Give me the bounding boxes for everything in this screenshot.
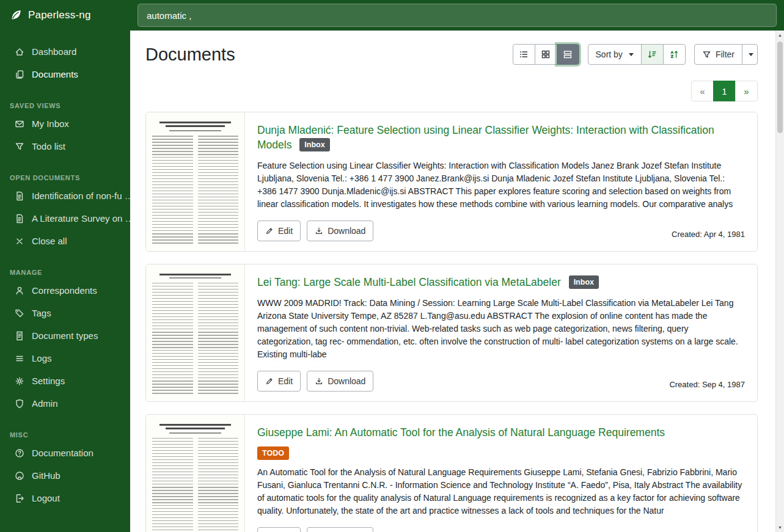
sidebar-item-label: Tags	[32, 308, 51, 318]
view-toggle-group	[513, 44, 579, 65]
document-thumbnail[interactable]	[146, 264, 245, 401]
documents-icon	[15, 70, 24, 79]
filter-dropdown-button[interactable]	[742, 44, 758, 65]
logout-icon	[15, 494, 24, 503]
sidebar-item-label: Documents	[32, 69, 78, 79]
sidebar-item-documents[interactable]: Documents	[0, 63, 130, 86]
document-excerpt: Feature Selection using Linear Classifie…	[257, 159, 745, 211]
sidebar-item-admin[interactable]: Admin	[0, 392, 130, 415]
scrollbar[interactable]: ▲ ▼	[775, 31, 784, 532]
tag-badge-inbox[interactable]: Inbox	[569, 275, 599, 289]
pagination-prev[interactable]: «	[691, 81, 714, 101]
details-view-icon	[563, 49, 573, 59]
sidebar-section-open-documents: OPEN DOCUMENTS	[0, 174, 130, 181]
document-title: Giuseppe Lami: An Automatic Tool for the…	[257, 425, 745, 440]
download-button[interactable]: Download	[307, 220, 373, 241]
edit-button[interactable]: Edit	[257, 220, 301, 241]
thumbnail-page-preview	[152, 421, 238, 532]
sort-alpha-icon	[669, 49, 679, 59]
gear-icon	[15, 376, 24, 386]
list-icon	[15, 354, 24, 363]
edit-button[interactable]: Edit	[257, 527, 301, 532]
shield-icon	[15, 399, 24, 409]
person-icon	[15, 286, 24, 296]
sort-by-dropdown[interactable]: Sort by	[588, 44, 642, 65]
scrollbar-thumb[interactable]	[777, 42, 783, 133]
view-details-button[interactable]	[557, 44, 579, 65]
document-card: Dunja Mladenić: Feature Selection using …	[145, 112, 758, 252]
sidebar-item-close-all[interactable]: Close all	[0, 230, 130, 252]
sidebar-item-label: Settings	[32, 376, 65, 386]
sidebar-item-label: Document types	[32, 330, 98, 341]
sidebar-item-label: A Literature Survey on …	[32, 213, 130, 224]
document-thumbnail[interactable]	[146, 415, 245, 532]
thumbnail-page-preview	[152, 118, 238, 245]
sidebar-item-documentation[interactable]: Documentation	[0, 442, 130, 464]
sidebar-item-tags[interactable]: Tags	[0, 302, 130, 324]
sidebar-item-label: Todo list	[32, 141, 65, 151]
search-input[interactable]	[137, 4, 777, 27]
pencil-icon	[265, 227, 274, 235]
document-title-link[interactable]: Giuseppe Lami: An Automatic Tool for the…	[257, 426, 665, 439]
sidebar-item-label: Dashboard	[32, 46, 76, 57]
funnel-icon	[15, 142, 24, 151]
edit-button[interactable]: Edit	[257, 371, 301, 392]
pagination-page-1[interactable]: 1	[713, 81, 736, 101]
sidebar-item-label: Identification of non-fu …	[32, 191, 130, 201]
app-brand[interactable]: Paperless-ng	[0, 9, 130, 22]
sidebar-item-my-inbox[interactable]: My Inbox	[0, 112, 130, 135]
dashboard-icon	[15, 47, 24, 57]
sidebar-item-logs[interactable]: Logs	[0, 347, 130, 370]
document-title-link[interactable]: Lei Tang: Large Scale Multi-Label Classi…	[257, 276, 561, 288]
pencil-icon	[265, 377, 274, 385]
tag-badge-inbox[interactable]: Inbox	[299, 138, 329, 151]
filter-label: Filter	[716, 50, 735, 59]
sort-direction-button[interactable]	[641, 44, 664, 65]
sidebar-item-label: Correspondents	[32, 285, 97, 296]
sidebar-item-dashboard[interactable]: Dashboard	[0, 40, 130, 63]
sort-alphabetical-button[interactable]	[663, 44, 686, 65]
sidebar-item-settings[interactable]: Settings	[0, 370, 130, 392]
app-root: Paperless-ng Dashboard Documents SAVED V…	[0, 0, 784, 532]
download-button[interactable]: Download	[307, 371, 373, 392]
sidebar-item-open-doc-2[interactable]: A Literature Survey on …	[0, 207, 130, 230]
sidebar-item-correspondents[interactable]: Correspondents	[0, 279, 130, 302]
sidebar-section-manage: MANAGE	[0, 269, 130, 276]
view-list-button[interactable]	[513, 44, 535, 65]
sidebar-item-github[interactable]: GitHub	[0, 464, 130, 487]
document-thumbnail[interactable]	[146, 112, 245, 251]
top-navbar: Paperless-ng	[0, 0, 784, 31]
download-button[interactable]: Download	[307, 527, 373, 532]
tag-icon	[15, 308, 24, 318]
created-date: Created: Apr 4, 1981	[672, 230, 745, 241]
sidebar-item-todo-list[interactable]: Todo list	[0, 135, 130, 158]
tag-badge-todo[interactable]: TODO	[257, 446, 289, 460]
sidebar-item-logout[interactable]: Logout	[0, 487, 130, 509]
sidebar-item-open-doc-1[interactable]: Identification of non-fu …	[0, 184, 130, 207]
edit-label: Edit	[278, 227, 293, 235]
sidebar-item-label: Logout	[32, 493, 60, 503]
document-card: Lei Tang: Large Scale Multi-Label Classi…	[145, 264, 758, 402]
document-excerpt: An Automatic Tool for the Analysis of Na…	[257, 466, 745, 517]
thumbnail-page-preview	[152, 271, 238, 395]
sidebar: Dashboard Documents SAVED VIEWS My Inbox	[0, 31, 130, 532]
file-text-icon	[15, 214, 24, 224]
file-text-icon	[15, 191, 24, 201]
documents-toolbar: Sort by	[513, 44, 758, 65]
download-label: Download	[328, 377, 365, 385]
github-icon	[15, 471, 24, 481]
scrollbar-down-arrow[interactable]: ▼	[776, 525, 784, 530]
scrollbar-up-arrow[interactable]: ▲	[776, 33, 784, 37]
document-title: Dunja Mladenić: Feature Selection using …	[257, 123, 745, 152]
download-label: Download	[328, 227, 365, 235]
view-grid-button[interactable]	[535, 44, 557, 65]
sidebar-item-label: Admin	[32, 398, 58, 409]
app-logo-icon	[9, 9, 23, 22]
edit-label: Edit	[278, 377, 293, 385]
sidebar-item-document-types[interactable]: Document types	[0, 324, 130, 347]
filter-button[interactable]: Filter	[694, 44, 742, 65]
sidebar-section-misc: MISC	[0, 431, 130, 439]
sidebar-item-label: Close all	[32, 236, 67, 246]
app-title: Paperless-ng	[28, 9, 91, 21]
pagination-next[interactable]: »	[735, 81, 758, 101]
